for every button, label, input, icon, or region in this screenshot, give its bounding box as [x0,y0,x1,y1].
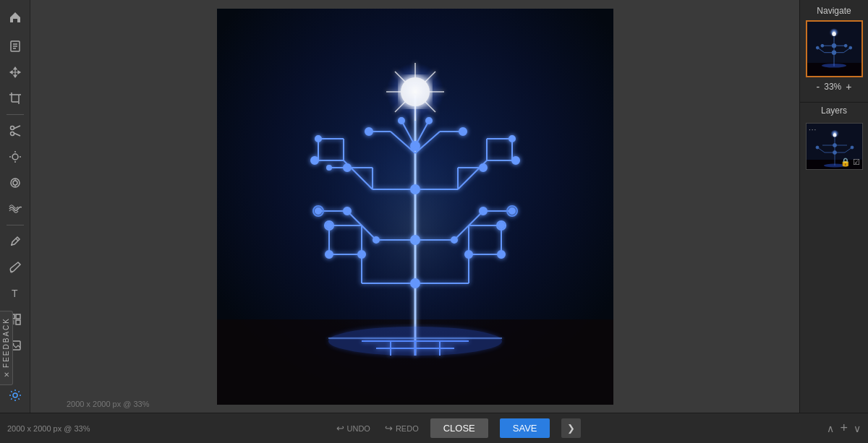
svg-rect-124 [328,337,502,339]
svg-point-154 [833,151,837,155]
canvas-wrapper [217,9,613,405]
home-tool-button[interactable] [4,6,27,29]
layers-label: Layers [800,102,868,119]
svg-point-141 [832,32,836,36]
svg-point-79 [512,157,519,164]
left-toolbar: T FEEDBACK ✕ [0,0,30,413]
svg-rect-26 [16,314,20,319]
svg-point-31 [13,393,17,397]
right-panel: Navigate [799,0,868,413]
svg-rect-28 [16,320,20,324]
svg-point-142 [822,64,846,68]
svg-line-12 [14,133,20,136]
toolbar-divider-1 [7,114,24,115]
svg-rect-4 [12,95,19,102]
feedback-tab[interactable]: FEEDBACK ✕ [0,311,13,385]
wave-tool-button[interactable] [4,197,27,220]
zoom-out-button[interactable]: - [817,82,820,92]
navigate-thumbnail[interactable] [806,20,863,77]
svg-point-23 [11,244,12,246]
wand-tool-button[interactable] [4,145,27,168]
svg-point-152 [816,146,819,149]
navigate-section: Navigate [800,0,868,102]
bottom-right-controls: ∧ + ∨ [827,421,861,436]
status-text: 2000 x 2000 px @ 33% [7,424,90,433]
svg-point-157 [833,134,837,137]
brush-tool-button[interactable] [4,256,27,279]
zoom-in-button[interactable]: + [846,82,851,92]
filter-tool-button[interactable] [4,171,27,194]
svg-point-155 [833,144,837,147]
layer-more-icon[interactable]: ··· [809,126,817,134]
svg-text:T: T [12,288,18,299]
redo-arrow-icon: ↪ [385,423,393,434]
crop-tool-button[interactable] [4,87,27,110]
next-arrow-button[interactable]: ∨ [854,423,861,434]
undo-redo-group: ↩ UNDO ↪ REDO [336,423,419,434]
lock-icon: 🔒 [841,158,851,167]
svg-point-135 [849,46,852,49]
svg-point-123 [328,327,502,356]
undo-arrow-icon: ↩ [336,423,344,434]
save-button[interactable]: SAVE [500,418,550,438]
toolbar-divider-2 [7,225,24,225]
import-tool-button[interactable] [4,35,27,58]
svg-line-22 [16,238,18,241]
canvas-area: 2000 x 2000 px @ 33% [30,0,799,413]
visibility-icon: ☑ [853,158,860,167]
svg-point-19 [13,181,17,185]
expand-button[interactable]: ❯ [561,418,581,438]
svg-point-137 [844,44,847,47]
svg-point-67 [311,157,318,164]
svg-point-136 [821,44,824,47]
svg-point-13 [12,154,18,160]
eyedropper-tool-button[interactable] [4,230,27,253]
svg-point-10 [10,132,14,136]
svg-line-11 [14,126,20,129]
redo-button[interactable]: ↪ REDO [385,423,419,434]
svg-point-138 [832,51,836,55]
layer-lock-icons: 🔒 ☑ [841,158,860,167]
move-tool-button[interactable] [4,61,27,84]
add-layer-button[interactable]: + [840,421,848,436]
settings-button[interactable] [4,384,27,407]
text-tool-button[interactable]: T [4,282,27,305]
close-button[interactable]: CLOSE [430,418,488,438]
bottom-bar: 2000 x 2000 px @ 33% ↩ UNDO ↪ REDO CLOSE… [0,413,868,443]
prev-arrow-button[interactable]: ∧ [827,423,834,434]
feedback-label: FEEDBACK [2,317,10,368]
zoom-value: 33% [824,82,841,92]
circuit-tree-svg [217,9,613,405]
canvas-image [217,9,613,405]
undo-button[interactable]: ↩ UNDO [336,423,370,434]
layer-item[interactable]: ··· 🔒 ☑ [806,123,863,170]
feedback-close-icon[interactable]: ✕ [2,371,10,379]
zoom-controls: - 33% + [806,77,862,96]
bottom-center-controls: ↩ UNDO ↪ REDO CLOSE SAVE ❯ [336,418,582,438]
svg-point-9 [10,126,14,130]
svg-point-139 [832,43,836,48]
svg-point-134 [816,46,819,49]
canvas-status: 2000 x 2000 px @ 33% [67,400,150,408]
scissors-tool-button[interactable] [4,119,27,142]
navigate-label: Navigate [806,6,862,16]
svg-point-153 [851,146,854,149]
